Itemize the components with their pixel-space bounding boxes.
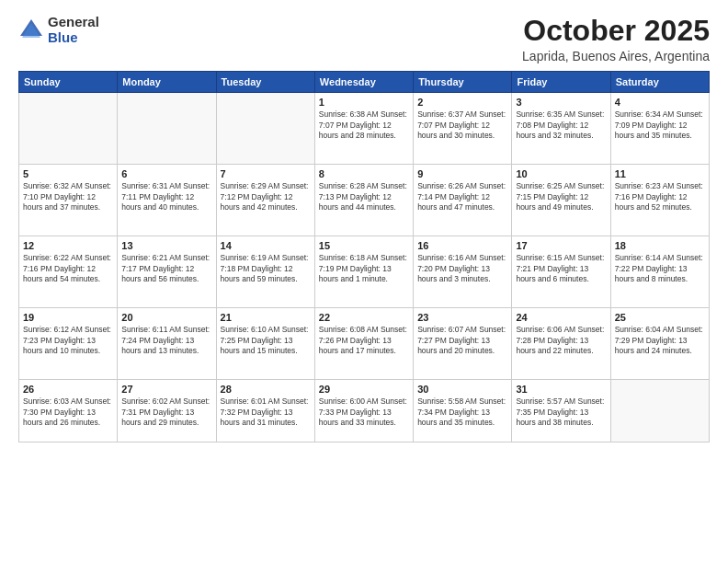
day-info: Sunrise: 6:00 AM Sunset: 7:33 PM Dayligh… — [319, 396, 409, 428]
logo-icon — [18, 17, 44, 43]
day-number: 27 — [121, 384, 211, 395]
day-info: Sunrise: 6:29 AM Sunset: 7:12 PM Dayligh… — [221, 181, 311, 213]
day-info: Sunrise: 6:02 AM Sunset: 7:31 PM Dayligh… — [121, 396, 211, 428]
day-info: Sunrise: 6:25 AM Sunset: 7:15 PM Dayligh… — [516, 181, 606, 213]
day-number: 1 — [319, 97, 409, 108]
day-info: Sunrise: 6:28 AM Sunset: 7:13 PM Dayligh… — [319, 181, 409, 213]
day-number: 24 — [516, 312, 606, 323]
calendar-cell: 14Sunrise: 6:19 AM Sunset: 7:18 PM Dayli… — [216, 236, 314, 308]
day-info: Sunrise: 6:15 AM Sunset: 7:21 PM Dayligh… — [516, 253, 606, 284]
title-block: October 2025 Laprida, Buenos Aires, Arge… — [522, 15, 710, 63]
day-number: 16 — [417, 240, 507, 251]
day-number: 21 — [221, 312, 311, 323]
day-info: Sunrise: 6:14 AM Sunset: 7:22 PM Dayligh… — [615, 253, 705, 284]
day-info: Sunrise: 6:19 AM Sunset: 7:18 PM Dayligh… — [221, 253, 311, 284]
calendar-cell: 29Sunrise: 6:00 AM Sunset: 7:33 PM Dayli… — [314, 380, 413, 442]
calendar-title: October 2025 — [522, 15, 710, 47]
calendar-table: SundayMondayTuesdayWednesdayThursdayFrid… — [18, 71, 710, 442]
weekday-header: Sunday — [19, 72, 118, 93]
logo: General Blue — [18, 15, 99, 45]
calendar-cell — [118, 93, 216, 165]
calendar-cell: 7Sunrise: 6:29 AM Sunset: 7:12 PM Daylig… — [216, 165, 314, 236]
calendar-cell: 23Sunrise: 6:07 AM Sunset: 7:27 PM Dayli… — [414, 308, 512, 380]
day-number: 30 — [417, 384, 507, 395]
day-number: 7 — [221, 168, 311, 179]
weekday-header: Wednesday — [314, 72, 413, 93]
day-number: 23 — [417, 312, 507, 323]
calendar-cell: 15Sunrise: 6:18 AM Sunset: 7:19 PM Dayli… — [314, 236, 413, 308]
day-info: Sunrise: 6:37 AM Sunset: 7:07 PM Dayligh… — [417, 109, 507, 141]
day-number: 8 — [319, 168, 409, 179]
calendar-cell: 9Sunrise: 6:26 AM Sunset: 7:14 PM Daylig… — [414, 165, 512, 236]
calendar-cell: 1Sunrise: 6:38 AM Sunset: 7:07 PM Daylig… — [314, 93, 413, 165]
header: General Blue October 2025 Laprida, Bueno… — [18, 15, 710, 63]
day-number: 14 — [221, 240, 311, 251]
calendar-cell: 20Sunrise: 6:11 AM Sunset: 7:24 PM Dayli… — [118, 308, 216, 380]
calendar-cell: 10Sunrise: 6:25 AM Sunset: 7:15 PM Dayli… — [512, 165, 610, 236]
day-info: Sunrise: 6:21 AM Sunset: 7:17 PM Dayligh… — [121, 253, 211, 284]
calendar-cell — [216, 93, 314, 165]
day-info: Sunrise: 6:38 AM Sunset: 7:07 PM Dayligh… — [319, 109, 409, 141]
day-number: 31 — [516, 384, 606, 395]
calendar-cell: 17Sunrise: 6:15 AM Sunset: 7:21 PM Dayli… — [512, 236, 610, 308]
day-info: Sunrise: 6:34 AM Sunset: 7:09 PM Dayligh… — [615, 109, 705, 141]
logo-blue-text: Blue — [48, 30, 99, 46]
day-info: Sunrise: 6:01 AM Sunset: 7:32 PM Dayligh… — [221, 396, 311, 428]
day-info: Sunrise: 6:35 AM Sunset: 7:08 PM Dayligh… — [516, 109, 606, 141]
day-info: Sunrise: 6:26 AM Sunset: 7:14 PM Dayligh… — [417, 181, 507, 213]
weekday-header: Thursday — [414, 72, 512, 93]
calendar-cell: 18Sunrise: 6:14 AM Sunset: 7:22 PM Dayli… — [610, 236, 709, 308]
day-info: Sunrise: 5:57 AM Sunset: 7:35 PM Dayligh… — [516, 396, 606, 428]
weekday-header: Monday — [118, 72, 216, 93]
calendar-subtitle: Laprida, Buenos Aires, Argentina — [522, 49, 710, 63]
day-info: Sunrise: 6:10 AM Sunset: 7:25 PM Dayligh… — [221, 325, 311, 356]
day-info: Sunrise: 6:04 AM Sunset: 7:29 PM Dayligh… — [615, 325, 705, 356]
day-info: Sunrise: 6:18 AM Sunset: 7:19 PM Dayligh… — [319, 253, 409, 284]
day-info: Sunrise: 6:08 AM Sunset: 7:26 PM Dayligh… — [319, 325, 409, 356]
day-number: 11 — [615, 168, 705, 179]
day-number: 3 — [516, 97, 606, 108]
day-number: 6 — [121, 168, 211, 179]
day-number: 20 — [121, 312, 211, 323]
day-info: Sunrise: 6:11 AM Sunset: 7:24 PM Dayligh… — [121, 325, 211, 356]
day-number: 28 — [221, 384, 311, 395]
calendar-cell — [610, 380, 709, 442]
day-info: Sunrise: 6:31 AM Sunset: 7:11 PM Dayligh… — [121, 181, 211, 213]
logo-text: General Blue — [48, 15, 99, 45]
calendar-cell: 2Sunrise: 6:37 AM Sunset: 7:07 PM Daylig… — [414, 93, 512, 165]
day-number: 17 — [516, 240, 606, 251]
calendar-cell: 19Sunrise: 6:12 AM Sunset: 7:23 PM Dayli… — [19, 308, 118, 380]
calendar-cell: 3Sunrise: 6:35 AM Sunset: 7:08 PM Daylig… — [512, 93, 610, 165]
day-info: Sunrise: 6:03 AM Sunset: 7:30 PM Dayligh… — [23, 396, 113, 428]
day-info: Sunrise: 6:07 AM Sunset: 7:27 PM Dayligh… — [417, 325, 507, 356]
calendar-cell: 12Sunrise: 6:22 AM Sunset: 7:16 PM Dayli… — [19, 236, 118, 308]
calendar-cell: 26Sunrise: 6:03 AM Sunset: 7:30 PM Dayli… — [19, 380, 118, 442]
day-info: Sunrise: 6:06 AM Sunset: 7:28 PM Dayligh… — [516, 325, 606, 356]
day-number: 12 — [23, 240, 113, 251]
calendar-cell: 6Sunrise: 6:31 AM Sunset: 7:11 PM Daylig… — [118, 165, 216, 236]
page: General Blue October 2025 Laprida, Bueno… — [0, 0, 728, 563]
calendar-cell: 24Sunrise: 6:06 AM Sunset: 7:28 PM Dayli… — [512, 308, 610, 380]
day-info: Sunrise: 6:22 AM Sunset: 7:16 PM Dayligh… — [23, 253, 113, 284]
calendar-cell: 13Sunrise: 6:21 AM Sunset: 7:17 PM Dayli… — [118, 236, 216, 308]
day-number: 4 — [615, 97, 705, 108]
calendar-cell — [19, 93, 118, 165]
calendar-cell: 22Sunrise: 6:08 AM Sunset: 7:26 PM Dayli… — [314, 308, 413, 380]
calendar-cell: 8Sunrise: 6:28 AM Sunset: 7:13 PM Daylig… — [314, 165, 413, 236]
calendar-cell: 21Sunrise: 6:10 AM Sunset: 7:25 PM Dayli… — [216, 308, 314, 380]
calendar-cell: 5Sunrise: 6:32 AM Sunset: 7:10 PM Daylig… — [19, 165, 118, 236]
day-number: 26 — [23, 384, 113, 395]
day-number: 19 — [23, 312, 113, 323]
calendar-cell: 4Sunrise: 6:34 AM Sunset: 7:09 PM Daylig… — [610, 93, 709, 165]
calendar-cell: 31Sunrise: 5:57 AM Sunset: 7:35 PM Dayli… — [512, 380, 610, 442]
day-number: 13 — [121, 240, 211, 251]
calendar-cell: 11Sunrise: 6:23 AM Sunset: 7:16 PM Dayli… — [610, 165, 709, 236]
day-number: 2 — [417, 97, 507, 108]
day-number: 5 — [23, 168, 113, 179]
day-number: 25 — [615, 312, 705, 323]
day-info: Sunrise: 5:58 AM Sunset: 7:34 PM Dayligh… — [417, 396, 507, 428]
calendar-cell: 25Sunrise: 6:04 AM Sunset: 7:29 PM Dayli… — [610, 308, 709, 380]
day-number: 22 — [319, 312, 409, 323]
day-info: Sunrise: 6:12 AM Sunset: 7:23 PM Dayligh… — [23, 325, 113, 356]
day-number: 15 — [319, 240, 409, 251]
